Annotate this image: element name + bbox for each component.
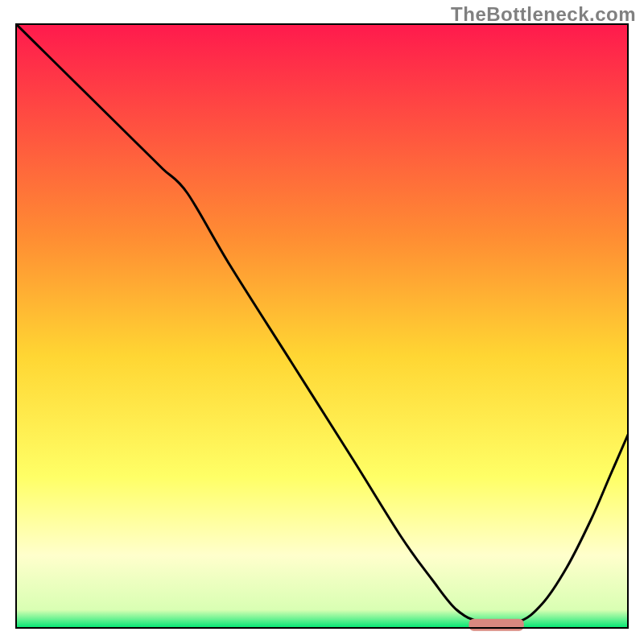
- watermark-text: TheBottleneck.com: [451, 3, 636, 26]
- chart-container: TheBottleneck.com: [0, 0, 644, 644]
- bottleneck-chart: [0, 0, 644, 644]
- optimal-range-marker: [469, 619, 523, 631]
